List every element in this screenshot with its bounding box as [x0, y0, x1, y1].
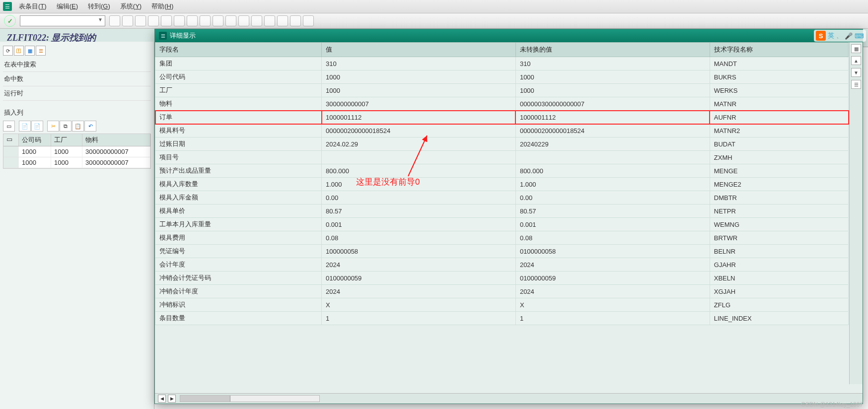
menu-y[interactable]: 系统(Y): [115, 1, 146, 12]
ime-indicator: S 英 、 🎤 ⌨: [814, 30, 866, 42]
col-field-name[interactable]: 字段名: [155, 43, 322, 48]
toolbar-button[interactable]: [135, 15, 146, 26]
detail-table: 字段名 值 未转换的值 技术字段名称 集团310310MANDT公司代码1000…: [155, 42, 849, 47]
col-tech-name[interactable]: 技术字段名称: [710, 43, 848, 48]
toolbar-button[interactable]: [251, 15, 262, 26]
dialog-right-toolbar: ▦ ▲ ▼ ☰: [849, 42, 863, 47]
back-button[interactable]: [109, 15, 120, 26]
command-field[interactable]: [20, 15, 105, 26]
toolbar-button[interactable]: [238, 15, 249, 26]
toolbar-button[interactable]: [213, 15, 223, 26]
menu-t[interactable]: 表条目(T): [14, 1, 52, 12]
find-button[interactable]: [187, 15, 198, 26]
menu-e[interactable]: 编辑(E): [52, 1, 83, 12]
toolbar-button[interactable]: [277, 15, 288, 26]
left-panel: ⟳ ⚿ ▦ ☰ 在表中搜索 命中数 运行时 插入列 ▭ 📄 📄 ✂ ⧉ 📋 ↶ …: [0, 42, 154, 47]
dialog-system-icon[interactable]: ☰: [159, 32, 167, 40]
toolbar-button[interactable]: [161, 15, 172, 26]
save-button[interactable]: [122, 15, 133, 26]
toolbar-button[interactable]: [225, 15, 236, 26]
refresh-icon[interactable]: ⟳: [3, 46, 13, 47]
toolbar-button[interactable]: [200, 15, 211, 26]
app-menu-icon[interactable]: ☰: [3, 2, 12, 11]
layout-button[interactable]: [303, 15, 314, 26]
dialog-titlebar[interactable]: ☰ 详细显示: [155, 29, 863, 42]
menu-bar: ☰ 表条目(T)编辑(E)转到(G)系统(Y)帮助(H): [0, 0, 868, 13]
enter-button[interactable]: ✓: [4, 15, 16, 27]
sogou-icon[interactable]: S: [816, 31, 826, 41]
list-icon[interactable]: ☰: [36, 46, 46, 47]
col-value[interactable]: 值: [322, 43, 516, 48]
standard-toolbar: ✓: [0, 13, 868, 29]
left-toolbar: ⟳ ⚿ ▦ ☰: [3, 44, 151, 47]
detail-dialog: ☰ 详细显示 字段名 值 未转换的值 技术字段名称 集团310310MANDT公…: [154, 29, 863, 47]
menu-g[interactable]: 转到(G): [83, 1, 115, 12]
toolbar-button[interactable]: [264, 15, 275, 26]
ime-lang[interactable]: 英: [828, 31, 834, 40]
col-raw-value[interactable]: 未转换的值: [515, 43, 710, 48]
ime-keyboard-icon[interactable]: ⌨: [855, 32, 864, 40]
menu-h[interactable]: 帮助(H): [146, 1, 178, 12]
dialog-title-text: 详细显示: [170, 31, 196, 40]
table-icon[interactable]: ▦: [25, 46, 35, 47]
toolbar-button[interactable]: [148, 15, 159, 26]
grid-layout-icon[interactable]: ▦: [851, 44, 861, 47]
print-button[interactable]: [174, 15, 185, 26]
key-icon[interactable]: ⚿: [14, 46, 24, 47]
help-button[interactable]: [290, 15, 301, 26]
ime-mic-icon[interactable]: 🎤: [845, 32, 853, 40]
dialog-body: 字段名 值 未转换的值 技术字段名称 集团310310MANDT公司代码1000…: [155, 42, 863, 47]
ime-punct[interactable]: 、: [836, 31, 843, 40]
